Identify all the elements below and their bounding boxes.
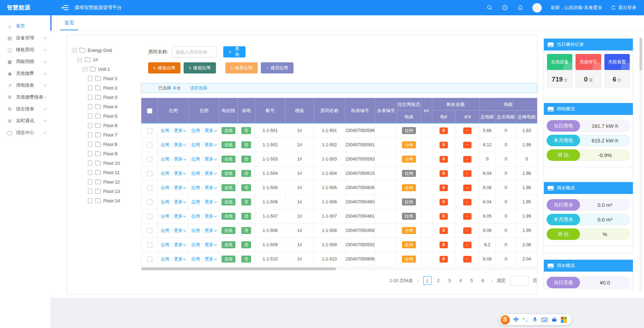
tree-node[interactable]: Floor:7 bbox=[71, 130, 140, 140]
more-link[interactable]: 更多 bbox=[205, 142, 217, 147]
more-link[interactable]: 更多 bbox=[174, 228, 186, 233]
tree-node[interactable]: Energy Grid bbox=[71, 46, 140, 55]
sidebar-item-3[interactable]: ▢楼栋房间 bbox=[0, 44, 50, 56]
more-link[interactable]: 更多 bbox=[174, 171, 186, 176]
jump-page-input[interactable] bbox=[510, 276, 529, 286]
sidebar-item-2[interactable]: ▤设备管理 bbox=[0, 32, 50, 44]
toolbox-icon[interactable] bbox=[552, 317, 557, 322]
more-link[interactable]: 更多 bbox=[205, 157, 217, 162]
row-checkbox[interactable] bbox=[147, 214, 152, 219]
more-link[interactable]: 更多 bbox=[205, 200, 217, 204]
breaker-button-1[interactable]: ϟ楼栋合闸 bbox=[148, 62, 180, 73]
page-number-2[interactable]: 2 bbox=[434, 276, 443, 285]
sidebar-item-8[interactable]: ⧉综合报表 bbox=[0, 103, 50, 115]
open-breaker-link[interactable]: 拉闸 bbox=[191, 128, 200, 133]
vertical-scrollbar-thumb[interactable] bbox=[639, 38, 642, 71]
next-page-arrow[interactable]: › bbox=[490, 278, 494, 284]
more-link[interactable]: 更多 bbox=[205, 242, 217, 247]
close-breaker-link[interactable]: 合闸 bbox=[161, 242, 169, 247]
tree-node[interactable]: Floor:2 bbox=[71, 83, 140, 93]
row-checkbox[interactable] bbox=[147, 257, 152, 262]
sidebar-item-1[interactable]: ⌂首页 bbox=[0, 20, 50, 32]
open-breaker-link[interactable]: 拉闸 bbox=[191, 157, 200, 162]
open-breaker-link[interactable]: 拉闸 bbox=[191, 228, 200, 233]
close-breaker-link[interactable]: 合闸 bbox=[161, 185, 169, 190]
close-breaker-link[interactable]: 合闸 bbox=[161, 214, 169, 219]
page-number-1[interactable]: 1 bbox=[423, 276, 432, 285]
breaker-button-2[interactable]: ϟ楼栋拉闸 bbox=[184, 62, 216, 73]
breaker-button-3[interactable]: ϟ楼层合闸 bbox=[225, 62, 258, 73]
open-breaker-link[interactable]: 拉闸 bbox=[191, 142, 200, 147]
open-breaker-link[interactable]: 拉闸 bbox=[191, 200, 200, 204]
event-tile[interactable]: 失联装置6台 bbox=[604, 54, 630, 88]
tree-node[interactable]: Floor:11 bbox=[71, 168, 140, 177]
close-breaker-link[interactable]: 合闸 bbox=[161, 228, 169, 233]
sidebar-item-5[interactable]: ◉充值缴费 bbox=[0, 68, 50, 79]
tree-node[interactable]: Floor:10 bbox=[71, 158, 140, 168]
row-checkbox[interactable] bbox=[147, 242, 152, 248]
more-link[interactable]: 更多 bbox=[174, 214, 186, 219]
punctuation-icon[interactable]: °， bbox=[523, 317, 529, 323]
search-button[interactable]: 查询 bbox=[223, 46, 245, 57]
search-icon[interactable] bbox=[486, 5, 493, 11]
sidebar-item-9[interactable]: ⚙实时通讯 bbox=[0, 115, 50, 127]
sidebar-item-7[interactable]: ⧉充值缴费报表 bbox=[0, 91, 50, 103]
tab-home[interactable]: 首页 bbox=[60, 15, 78, 30]
open-breaker-link[interactable]: 拉闸 bbox=[191, 185, 200, 190]
tree-node[interactable]: Floor:5 bbox=[71, 111, 140, 121]
event-tile[interactable]: 充值待写0项 bbox=[575, 54, 601, 88]
sidebar-item-6[interactable]: ↗用电报表 bbox=[0, 79, 50, 91]
row-checkbox[interactable] bbox=[147, 228, 152, 233]
tree-node[interactable]: Floor:13 bbox=[71, 187, 140, 196]
tree-node[interactable]: Floor:12 bbox=[71, 177, 140, 187]
open-breaker-link[interactable]: 拉闸 bbox=[191, 171, 200, 176]
more-link[interactable]: 更多 bbox=[174, 128, 186, 133]
tree-collapse-icon[interactable] bbox=[77, 57, 82, 62]
clear-selection-link[interactable]: 清空选择 bbox=[190, 85, 207, 91]
sidebar-item-4[interactable]: ▦用能明细 bbox=[0, 56, 50, 68]
microphone-icon[interactable] bbox=[532, 317, 538, 322]
more-link[interactable]: 更多 bbox=[205, 128, 217, 133]
prev-page-arrow[interactable]: ‹ bbox=[416, 278, 420, 284]
more-link[interactable]: 更多 bbox=[205, 228, 217, 233]
tree-collapse-icon[interactable] bbox=[72, 48, 77, 53]
more-link[interactable]: 更多 bbox=[174, 142, 186, 147]
row-checkbox[interactable] bbox=[147, 185, 152, 190]
sidebar-item-10[interactable]: ◯消息中心 bbox=[0, 127, 50, 139]
logout-button[interactable]: 退出登录 bbox=[611, 5, 636, 11]
close-breaker-link[interactable]: 合闸 bbox=[161, 200, 169, 204]
close-breaker-link[interactable]: 合闸 bbox=[161, 142, 169, 147]
more-link[interactable]: 更多 bbox=[205, 257, 217, 261]
tree-node[interactable]: Floor:6 bbox=[71, 121, 140, 130]
page-number-3[interactable]: 3 bbox=[445, 276, 454, 285]
more-link[interactable]: 更多 bbox=[205, 171, 217, 176]
chinese-mode-icon[interactable]: 中 bbox=[514, 317, 519, 323]
help-icon[interactable]: ? bbox=[502, 5, 508, 11]
tree-node[interactable]: Floor:9 bbox=[71, 149, 140, 158]
close-breaker-link[interactable]: 合闸 bbox=[161, 171, 169, 176]
tree-node[interactable]: 1# bbox=[71, 55, 140, 64]
user-avatar[interactable] bbox=[532, 3, 542, 13]
open-breaker-link[interactable]: 拉闸 bbox=[191, 214, 200, 219]
open-breaker-link[interactable]: 拉闸 bbox=[191, 242, 200, 247]
room-name-input[interactable] bbox=[172, 46, 217, 57]
more-link[interactable]: 更多 bbox=[205, 185, 217, 190]
select-all-checkbox[interactable] bbox=[147, 108, 152, 114]
tree-node[interactable]: Floor:1 bbox=[71, 74, 140, 83]
row-checkbox[interactable] bbox=[147, 142, 152, 148]
more-link[interactable]: 更多 bbox=[174, 157, 186, 162]
tree-node[interactable]: Floor:3 bbox=[71, 93, 140, 102]
tree-node[interactable]: Floor:14 bbox=[71, 196, 140, 205]
more-link[interactable]: 更多 bbox=[174, 242, 186, 247]
close-breaker-link[interactable]: 合闸 bbox=[161, 257, 169, 261]
close-breaker-link[interactable]: 合闸 bbox=[161, 128, 169, 133]
page-number-6[interactable]: 6 bbox=[479, 276, 487, 285]
breaker-button-4[interactable]: ◔楼层拉闸 bbox=[261, 62, 293, 73]
horizontal-scrollbar-thumb[interactable] bbox=[141, 267, 336, 270]
tree-node[interactable]: Unit:1 bbox=[71, 64, 140, 74]
page-number-5[interactable]: 5 bbox=[468, 276, 476, 285]
row-checkbox[interactable] bbox=[147, 200, 152, 205]
tree-node[interactable]: Floor:8 bbox=[71, 140, 140, 149]
more-link[interactable]: 更多 bbox=[174, 185, 186, 190]
more-link[interactable]: 更多 bbox=[174, 257, 186, 261]
